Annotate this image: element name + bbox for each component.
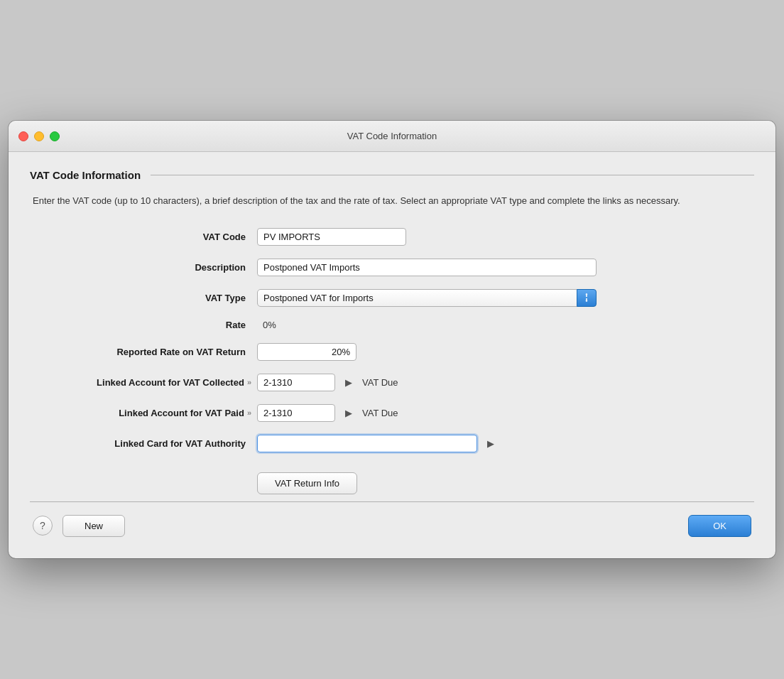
vat-code-row: VAT Code [30,228,754,246]
linked-collected-controls: ▶ VAT Due [257,374,398,391]
minimize-button[interactable] [34,131,44,141]
linked-card-input[interactable] [257,435,477,452]
linked-collected-row: Linked Account for VAT Collected » ▶ VAT… [30,374,754,391]
description-input[interactable] [257,259,597,276]
vat-type-select[interactable]: Postponed VAT for Imports Standard Reduc… [257,289,597,307]
linked-paid-input[interactable] [257,404,335,422]
maximize-button[interactable] [50,131,60,141]
vat-code-label: VAT Code [30,232,257,242]
window-controls [18,131,60,141]
linked-collected-label: Linked Account for VAT Collected » [30,377,257,388]
reported-rate-row: Reported Rate on VAT Return [30,343,754,361]
linked-card-controls: ▶ [257,435,499,452]
vat-code-input[interactable] [257,228,406,246]
reported-rate-input[interactable] [257,343,356,361]
linked-collected-navigate-button[interactable]: ▶ [341,374,356,390]
rate-label: Rate [30,320,257,330]
vat-type-row: VAT Type Postponed VAT for Imports Stand… [30,289,754,307]
window-title: VAT Code Information [347,131,437,141]
main-window: VAT Code Information VAT Code Informatio… [9,121,775,558]
linked-card-row: Linked Card for VAT Authority ▶ [30,435,754,452]
content-area: VAT Code Information Enter the VAT code … [9,152,775,558]
linked-paid-navigate-button[interactable]: ▶ [341,405,356,420]
vat-type-select-wrapper: Postponed VAT for Imports Standard Reduc… [257,289,597,307]
section-divider [151,175,754,175]
form-area: VAT Code Description VAT Type Postponed … [30,228,754,452]
ok-button[interactable]: OK [688,515,751,537]
vat-type-label: VAT Type [30,293,257,303]
description-label: Description [30,262,257,273]
linked-paid-controls: ▶ VAT Due [257,404,398,422]
footer: ? New OK [30,515,754,544]
vat-return-info-button[interactable]: VAT Return Info [257,472,357,494]
linked-paid-arrow-icon: » [247,408,251,417]
linked-paid-label: Linked Account for VAT Paid » [30,408,257,418]
rate-row: Rate 0% [30,320,754,330]
reported-rate-label: Reported Rate on VAT Return [30,347,257,357]
bottom-divider [30,501,754,502]
footer-left: ? New [33,515,125,537]
linked-collected-account-name: VAT Due [362,377,398,388]
description-text: Enter the VAT code (up to 10 characters)… [33,194,754,208]
linked-paid-row: Linked Account for VAT Paid » ▶ VAT Due [30,404,754,422]
linked-collected-arrow-icon: » [247,378,251,386]
description-row: Description [30,259,754,276]
linked-collected-input[interactable] [257,374,335,391]
new-button[interactable]: New [62,515,125,537]
titlebar: VAT Code Information [9,121,775,152]
section-header: VAT Code Information [30,169,754,181]
linked-paid-account-name: VAT Due [362,408,398,418]
section-title: VAT Code Information [30,169,141,181]
rate-value: 0% [257,320,276,330]
linked-card-navigate-button[interactable]: ▶ [483,435,499,451]
close-button[interactable] [18,131,28,141]
help-button[interactable]: ? [33,516,53,536]
linked-card-label: Linked Card for VAT Authority [30,438,257,449]
